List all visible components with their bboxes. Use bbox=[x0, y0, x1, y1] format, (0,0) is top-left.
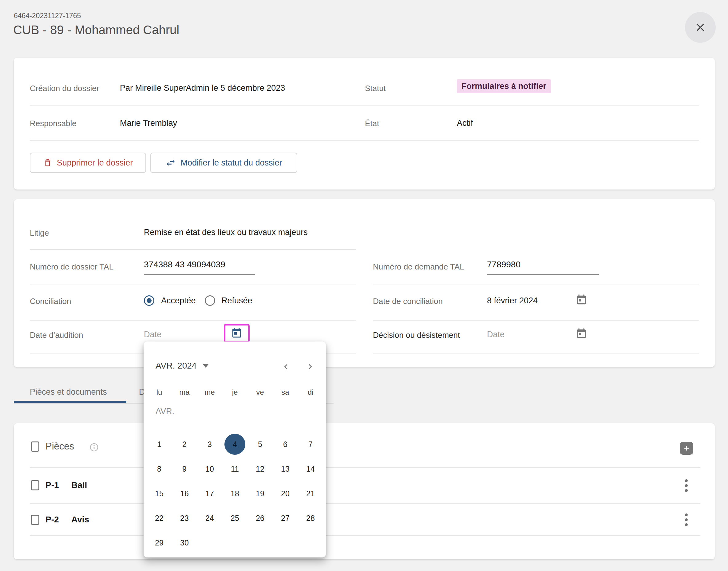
calendar-day[interactable]: 9 bbox=[172, 457, 197, 481]
calendar-day[interactable]: 30 bbox=[172, 531, 197, 555]
case-detail-page: 6464-20231127-1765 CUB - 89 - Mohammed C… bbox=[0, 0, 728, 571]
swap-arrows-icon bbox=[165, 157, 176, 168]
calendar-day[interactable]: 17 bbox=[197, 481, 222, 506]
plus-icon bbox=[683, 444, 691, 452]
overview-card: Création du dossier Par Mireille SuperAd… bbox=[14, 58, 715, 190]
status-badge: Formulaires à notifier bbox=[457, 79, 551, 93]
calendar-day[interactable]: 26 bbox=[248, 506, 273, 531]
select-all-checkbox[interactable] bbox=[31, 442, 39, 452]
calendar-day[interactable]: 7 bbox=[298, 432, 323, 457]
add-piece-button[interactable] bbox=[680, 442, 693, 455]
divider bbox=[373, 320, 699, 321]
calendar-day[interactable]: 14 bbox=[298, 457, 323, 481]
piece-name: Bail bbox=[71, 480, 87, 490]
month-year-label: AVR. 2024 bbox=[156, 361, 196, 371]
page-title: CUB - 89 - Mohammed Cahrul bbox=[13, 23, 179, 37]
next-month-button[interactable] bbox=[305, 361, 315, 372]
calendar-day[interactable]: 1 bbox=[147, 432, 172, 457]
radio-acceptee[interactable] bbox=[144, 295, 154, 306]
close-button[interactable] bbox=[685, 12, 716, 43]
calendar-day[interactable]: 5 bbox=[248, 432, 273, 457]
calendar-day-selected[interactable]: 4 bbox=[222, 432, 248, 457]
modify-status-button[interactable]: Modifier le statut du dossier bbox=[150, 152, 297, 173]
state-value: Actif bbox=[457, 118, 473, 128]
delete-dossier-button[interactable]: Supprimer le dossier bbox=[30, 152, 146, 173]
calendar-day[interactable]: 8 bbox=[147, 457, 172, 481]
calendar-day[interactable]: 6 bbox=[273, 432, 298, 457]
calendar-icon[interactable] bbox=[576, 294, 587, 306]
calendar-weekday: di bbox=[298, 388, 323, 396]
demande-tal-label: Numéro de demande TAL bbox=[373, 262, 464, 272]
pieces-title: Pièces bbox=[45, 441, 74, 452]
radio-refusee-label: Refusée bbox=[222, 296, 252, 306]
dossier-tal-input[interactable]: 374388 43 49094039 bbox=[144, 260, 225, 269]
info-icon[interactable] bbox=[89, 442, 99, 452]
active-tab-indicator bbox=[14, 401, 126, 403]
litige-label: Litige bbox=[30, 228, 49, 238]
date-conciliation-label: Date de conciliation bbox=[373, 297, 443, 306]
calendar-day[interactable]: 13 bbox=[273, 457, 298, 481]
litige-value: Remise en état des lieux ou travaux maje… bbox=[144, 228, 308, 237]
decision-label: Décision ou désistement bbox=[373, 330, 460, 340]
calendar-day[interactable]: 11 bbox=[222, 457, 248, 481]
modify-status-label: Modifier le statut du dossier bbox=[180, 158, 282, 168]
state-label: État bbox=[365, 119, 379, 128]
delete-dossier-label: Supprimer le dossier bbox=[57, 158, 133, 168]
divider bbox=[30, 105, 699, 106]
status-label: Statut bbox=[365, 84, 386, 93]
piece-name: Avis bbox=[71, 515, 89, 525]
piece-code: P-2 bbox=[45, 515, 59, 525]
calendar-day[interactable]: 2 bbox=[172, 432, 197, 457]
kebab-menu-icon[interactable] bbox=[684, 511, 689, 529]
table-row: P-2Avis bbox=[14, 503, 715, 536]
table-row: P-1Bail bbox=[14, 467, 715, 503]
demande-tal-input[interactable]: 7789980 bbox=[487, 260, 521, 269]
divider bbox=[30, 320, 356, 321]
close-icon bbox=[694, 21, 707, 34]
calendar-day[interactable]: 12 bbox=[248, 457, 273, 481]
case-id: 6464-20231127-1765 bbox=[14, 12, 81, 20]
tab-pieces-et-documents[interactable]: Pièces et documents bbox=[30, 387, 107, 397]
divider bbox=[373, 353, 699, 353]
calendar-day[interactable]: 3 bbox=[197, 432, 222, 457]
piece-checkbox[interactable] bbox=[31, 515, 39, 525]
calendar-day[interactable]: 24 bbox=[197, 506, 222, 531]
creation-label: Création du dossier bbox=[30, 84, 99, 93]
calendar-icon[interactable] bbox=[231, 327, 243, 339]
calendar-weekday: me bbox=[197, 388, 222, 396]
date-audition-picker-focus-ring bbox=[224, 324, 250, 342]
responsible-value: Marie Tremblay bbox=[120, 118, 177, 128]
calendar-day[interactable]: 18 bbox=[222, 481, 248, 506]
calendar-day[interactable]: 15 bbox=[147, 481, 172, 506]
calendar-day[interactable]: 29 bbox=[147, 531, 172, 555]
divider bbox=[30, 535, 700, 536]
date-conciliation-value[interactable]: 8 février 2024 bbox=[487, 296, 538, 306]
calendar-weekday: sa bbox=[273, 388, 298, 396]
date-audition-input[interactable]: Date bbox=[144, 330, 161, 339]
calendar-weekday: ve bbox=[248, 388, 273, 396]
calendar-day[interactable]: 20 bbox=[273, 481, 298, 506]
calendar-day[interactable]: 19 bbox=[248, 481, 273, 506]
calendar-day[interactable]: 25 bbox=[222, 506, 248, 531]
calendar-day[interactable]: 28 bbox=[298, 506, 323, 531]
calendar-day[interactable]: 16 bbox=[172, 481, 197, 506]
piece-code: P-1 bbox=[45, 480, 59, 490]
piece-checkbox[interactable] bbox=[31, 480, 39, 490]
divider bbox=[30, 140, 699, 141]
divider bbox=[373, 284, 699, 285]
calendar-day[interactable]: 27 bbox=[273, 506, 298, 531]
date-audition-label: Date d’audition bbox=[30, 330, 83, 340]
month-abbr-label: AVR. bbox=[156, 407, 174, 416]
radio-refusee[interactable] bbox=[205, 295, 215, 306]
date-picker-popup: AVR. 2024 lumamejevesadi AVR. 1234567891… bbox=[144, 341, 326, 558]
calendar-day[interactable]: 22 bbox=[147, 506, 172, 531]
calendar-icon[interactable] bbox=[576, 328, 587, 340]
calendar-day[interactable]: 21 bbox=[298, 481, 323, 506]
calendar-day[interactable]: 23 bbox=[172, 506, 197, 531]
calendar-weekday: je bbox=[222, 388, 248, 396]
previous-month-button[interactable] bbox=[281, 361, 291, 372]
month-year-dropdown[interactable]: AVR. 2024 bbox=[156, 361, 209, 371]
kebab-menu-icon[interactable] bbox=[684, 476, 689, 494]
decision-input[interactable]: Date bbox=[487, 330, 504, 339]
calendar-day[interactable]: 10 bbox=[197, 457, 222, 481]
